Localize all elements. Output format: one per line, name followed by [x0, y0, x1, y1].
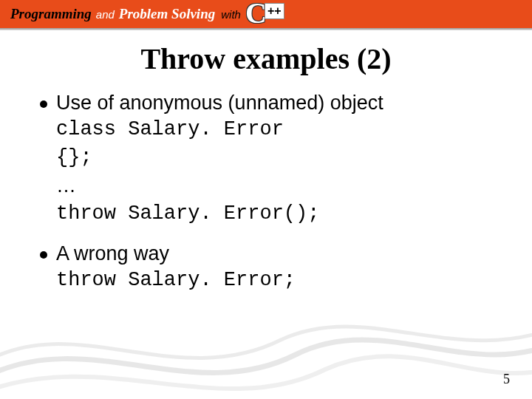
bullet-icon: [40, 100, 47, 108]
bullet-lead-line: Use of anonymous (unnamed) object: [40, 89, 505, 116]
code-line: …: [56, 172, 505, 200]
banner-with: with: [221, 8, 241, 21]
code-line: {};: [56, 144, 505, 172]
bullet-lead-line: A wrong way: [40, 240, 505, 267]
bullet-item: A wrong way throw Salary. Error;: [40, 240, 505, 295]
cpp-logo-c: C: [245, 0, 267, 30]
code-line: throw Salary. Error();: [56, 200, 505, 228]
cpp-logo: C ++: [245, 0, 285, 28]
code-line: class Salary. Error: [56, 116, 505, 144]
bullet-lead-text: Use of anonymous (unnamed) object: [56, 89, 383, 116]
banner-strip: Programming and Problem Solving with C +…: [0, 0, 532, 28]
bullet-icon: [40, 251, 47, 259]
slide-title: Throw examples (2): [0, 41, 532, 76]
code-line: throw Salary. Error;: [56, 267, 505, 295]
background-swirl: [0, 296, 532, 399]
banner-and: and: [96, 8, 115, 21]
cpp-logo-plusplus: ++: [265, 3, 284, 19]
header-banner: Programming and Problem Solving with C +…: [0, 0, 532, 37]
banner-problem-solving: Problem Solving: [119, 6, 215, 22]
banner-programming: Programming: [10, 6, 92, 22]
bullet-lead-text: A wrong way: [56, 240, 169, 267]
slide-content: Use of anonymous (unnamed) object class …: [0, 89, 532, 295]
bullet-item: Use of anonymous (unnamed) object class …: [40, 89, 505, 228]
page-number: 5: [503, 372, 510, 387]
